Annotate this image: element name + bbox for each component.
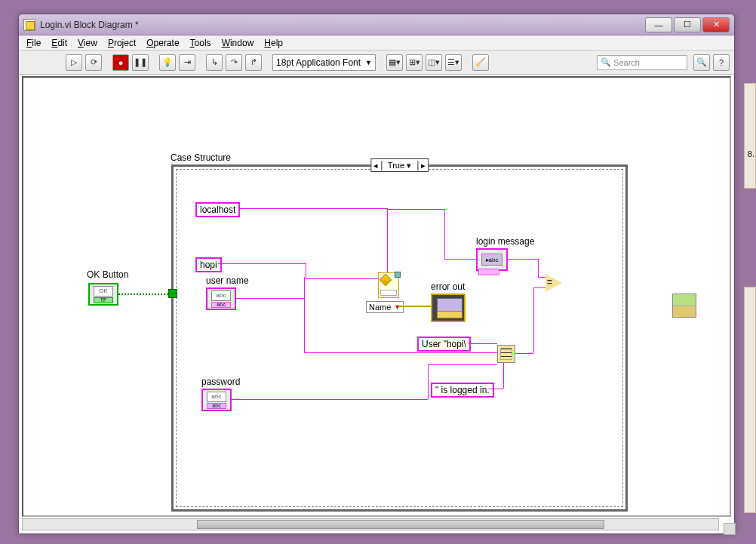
menu-edit[interactable]: Edit — [51, 38, 67, 48]
resize-button[interactable]: ◫▾ — [426, 54, 442, 71]
wire — [533, 287, 545, 288]
wire — [533, 287, 534, 353]
wire — [387, 208, 388, 272]
menu-tools[interactable]: Tools — [190, 38, 211, 48]
menu-project[interactable]: Project — [108, 38, 136, 48]
help-button[interactable]: ? — [713, 54, 730, 71]
const-logged-in[interactable]: " is logged in. — [431, 383, 494, 398]
concatenate-strings[interactable] — [497, 345, 515, 363]
wire — [387, 209, 444, 210]
wire — [444, 209, 445, 259]
window-title: Login.vi Block Diagram * — [40, 20, 645, 30]
distribute-button[interactable]: ⊞▾ — [406, 54, 423, 71]
menu-view[interactable]: View — [78, 38, 97, 48]
ok-button-label: OK Button — [87, 269, 128, 280]
wire — [306, 263, 306, 278]
pause-button[interactable]: ❚❚ — [132, 54, 149, 71]
toolbar: ▷ ⟳ ● ❚❚ 💡 ⇥ ↳ ↷ ↱ 18pt Application Font… — [19, 51, 734, 75]
align-button[interactable]: ▦▾ — [386, 54, 403, 71]
maximize-button[interactable]: ☐ — [674, 17, 701, 32]
user-name-label: user name — [206, 275, 249, 286]
wire — [304, 277, 305, 298]
retain-button[interactable]: ⇥ — [179, 54, 195, 71]
wire — [236, 298, 304, 299]
resize-handle[interactable] — [724, 523, 736, 535]
menu-help[interactable]: Help — [264, 38, 283, 48]
font-selector[interactable]: 18pt Application Font▼ — [272, 54, 376, 71]
wire — [538, 277, 545, 278]
ok-button-terminal[interactable]: OKTF — [88, 283, 118, 306]
minimize-button[interactable]: — — [645, 17, 672, 32]
error-out-terminal[interactable] — [431, 294, 466, 322]
wire — [428, 364, 429, 399]
horizontal-scrollbar[interactable] — [22, 518, 719, 530]
run-continuous-button[interactable]: ⟳ — [85, 54, 102, 71]
equals-node[interactable] — [545, 274, 562, 292]
password-label: password — [201, 376, 240, 387]
const-hopi[interactable]: hopi — [195, 257, 222, 272]
app-icon — [23, 19, 35, 31]
case-tunnel[interactable] — [168, 289, 177, 298]
step-over-button[interactable]: ↷ — [226, 54, 242, 71]
menu-operate[interactable]: Operate — [146, 38, 179, 48]
run-button[interactable]: ▷ — [66, 54, 82, 71]
user-name-terminal[interactable]: abcabc — [206, 287, 236, 310]
app-window: Login.vi Block Diagram * — ☐ ✕ FFileile … — [18, 14, 735, 534]
property-node[interactable] — [378, 272, 399, 298]
wire — [218, 263, 306, 264]
bg-label: 8. — [748, 149, 754, 158]
diagram-canvas[interactable]: OK Button OKTF Case Structure ◂True ▾▸ l… — [22, 76, 731, 517]
case-selector[interactable]: ◂True ▾▸ — [370, 158, 429, 172]
highlight-button[interactable]: 💡 — [159, 54, 176, 71]
error-out-label: error out — [431, 281, 465, 292]
wire — [428, 364, 497, 365]
wire — [503, 363, 504, 389]
wire — [508, 259, 538, 260]
wire — [538, 259, 539, 277]
const-localhost[interactable]: localhost — [195, 202, 240, 217]
property-name[interactable]: Name▼ — [366, 301, 404, 313]
wire — [515, 353, 533, 354]
wire — [488, 389, 503, 389]
menu-file[interactable]: FFileile — [26, 38, 41, 48]
password-terminal[interactable]: abcabc — [201, 389, 232, 411]
login-message-terminal[interactable]: ▸abc — [476, 248, 508, 271]
reorder-button[interactable]: ☰▾ — [445, 54, 462, 71]
cleanup-button[interactable]: 🧹 — [472, 54, 489, 71]
menubar[interactable]: FFileile Edit View Project Operate Tools… — [19, 35, 734, 51]
step-out-button[interactable]: ↱ — [245, 54, 262, 71]
abort-button[interactable]: ● — [112, 54, 129, 71]
wire — [232, 399, 428, 400]
wire — [306, 278, 378, 279]
search-button[interactable]: 🔍 — [693, 54, 710, 71]
wire — [304, 298, 305, 352]
titlebar[interactable]: Login.vi Block Diagram * — ☐ ✕ — [19, 14, 734, 35]
wire-error — [399, 306, 431, 307]
wire — [469, 343, 497, 344]
subvi-icon[interactable] — [672, 294, 696, 318]
case-structure-label: Case Structure — [171, 152, 231, 163]
search-input[interactable]: 🔍 Search — [597, 55, 687, 70]
wire — [444, 259, 476, 260]
wire — [304, 352, 497, 353]
wire-ok-to-case — [118, 294, 168, 295]
login-message-label: login message — [476, 236, 534, 247]
const-user-hopi[interactable]: User "hopi\ — [417, 337, 471, 352]
step-into-button[interactable]: ↳ — [206, 54, 223, 71]
wire — [239, 208, 387, 209]
menu-window[interactable]: Window — [222, 38, 254, 48]
close-button[interactable]: ✕ — [702, 17, 730, 32]
